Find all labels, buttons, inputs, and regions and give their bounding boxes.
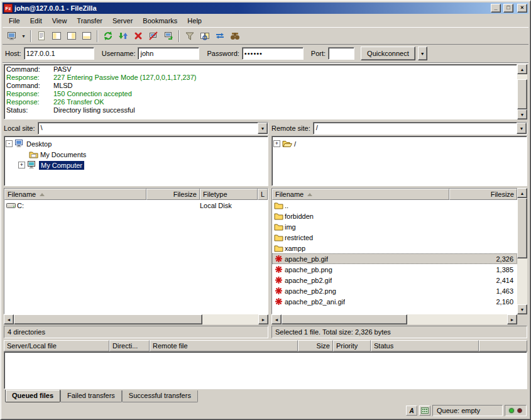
chevron-down-icon[interactable]: ▼: [517, 123, 527, 134]
synchronized-browsing-button[interactable]: [212, 29, 227, 43]
toggle-transfer-queue-button[interactable]: [79, 29, 94, 43]
maximize-button[interactable]: □: [503, 4, 513, 13]
menu-edit[interactable]: Edit: [25, 15, 47, 26]
password-input[interactable]: [242, 47, 304, 60]
column-header-server-local-file[interactable]: Server/Local file: [4, 340, 109, 351]
column-header-filename[interactable]: Filename: [272, 189, 449, 200]
scroll-left-icon[interactable]: ◄: [4, 314, 14, 324]
scrollbar-track[interactable]: [14, 314, 258, 324]
scrollbar-track[interactable]: [517, 74, 527, 109]
file-row[interactable]: apache_pb2.png 1,463: [272, 285, 517, 296]
column-header-status[interactable]: Status: [371, 340, 479, 351]
tree-expander[interactable]: -: [6, 140, 13, 147]
column-header-direction[interactable]: Directi...: [109, 340, 150, 351]
host-input[interactable]: [24, 47, 94, 60]
scrollbar-thumb[interactable]: [517, 198, 527, 258]
tree-item-my-documents[interactable]: My Documents: [6, 149, 266, 160]
remote-horizontal-scrollbar[interactable]: ◄ ►: [271, 314, 517, 324]
cancel-button[interactable]: [131, 29, 146, 43]
file-row[interactable]: ..: [272, 200, 517, 211]
reconnect-button[interactable]: [161, 29, 176, 43]
file-row[interactable]: apache_pb.png 1,385: [272, 264, 517, 275]
column-header-filesize[interactable]: Filesize: [146, 189, 200, 200]
local-site-combo[interactable]: \ ▼: [38, 122, 268, 135]
toggle-local-tree-button[interactable]: [49, 29, 64, 43]
tab-failed-transfers[interactable]: Failed transfers: [60, 390, 122, 402]
file-row[interactable]: xampp: [272, 243, 517, 253]
file-row[interactable]: apache_pb2_ani.gif 2,160: [272, 296, 517, 307]
message-log[interactable]: Command:PASV Response:227 Entering Passi…: [4, 64, 517, 119]
scroll-left-icon[interactable]: ◄: [271, 314, 282, 324]
column-header-remote-file[interactable]: Remote file: [150, 340, 298, 351]
tree-item-desktop[interactable]: - Desktop: [6, 138, 266, 149]
file-row[interactable]: img: [272, 221, 517, 232]
tree-expander[interactable]: +: [273, 140, 280, 147]
disconnect-button[interactable]: [146, 29, 161, 43]
file-row-c-drive[interactable]: C: Local Disk: [4, 200, 268, 211]
scrollbar-thumb[interactable]: [517, 79, 527, 109]
tree-expander[interactable]: +: [18, 162, 25, 169]
quickconnect-button[interactable]: Quickconnect: [361, 47, 415, 60]
scroll-right-icon[interactable]: ►: [258, 314, 268, 324]
transfer-queue-list[interactable]: [4, 351, 527, 389]
site-manager-button[interactable]: [4, 29, 19, 43]
scrollbar-thumb[interactable]: [282, 314, 407, 324]
title-bar[interactable]: Fz john@127.0.0.1 - FileZilla _ □ ×: [3, 3, 528, 14]
file-row[interactable]: forbidden: [272, 211, 517, 221]
column-header-filesize[interactable]: Filesize: [449, 189, 517, 200]
scrollbar-track[interactable]: [282, 314, 507, 324]
scroll-up-icon[interactable]: ▲: [517, 64, 527, 74]
menu-help[interactable]: Help: [182, 15, 207, 26]
tab-queued-files[interactable]: Queued files: [5, 390, 60, 402]
toggle-message-log-button[interactable]: [34, 29, 49, 43]
scroll-up-icon[interactable]: ▲: [517, 188, 527, 198]
scrollbar-track[interactable]: [517, 198, 527, 304]
scroll-down-icon[interactable]: ▼: [517, 304, 527, 314]
column-header-filename[interactable]: Filename: [4, 189, 146, 200]
remote-directory-tree[interactable]: + /: [271, 136, 527, 186]
tree-item-my-computer[interactable]: + My Computer: [6, 160, 266, 170]
toggle-remote-tree-button[interactable]: [64, 29, 79, 43]
menu-transfer[interactable]: Transfer: [72, 15, 107, 26]
username-label: Username:: [102, 50, 136, 57]
data-type-letter: A: [409, 407, 413, 414]
image-file-icon: [275, 265, 283, 274]
filter-button[interactable]: [182, 29, 197, 43]
quickconnect-dropdown-button[interactable]: ▼: [418, 47, 427, 60]
refresh-button[interactable]: [101, 29, 116, 43]
scroll-right-icon[interactable]: ►: [507, 314, 517, 324]
process-queue-button[interactable]: [116, 29, 131, 43]
file-row[interactable]: apache_pb2.gif 2,414: [272, 275, 517, 285]
local-list-body[interactable]: C: Local Disk: [4, 200, 268, 314]
column-header-size[interactable]: Size: [298, 340, 333, 351]
port-input[interactable]: [328, 47, 354, 60]
compare-button[interactable]: [197, 29, 212, 43]
file-row-selected[interactable]: apache_pb.gif 2,326: [272, 253, 517, 264]
username-input[interactable]: [138, 47, 199, 60]
column-header-priority[interactable]: Priority: [333, 340, 371, 351]
remote-list-scrollbar[interactable]: ▲ ▼: [517, 188, 527, 314]
remote-site-combo[interactable]: / ▼: [313, 122, 527, 135]
menu-server[interactable]: Server: [107, 15, 138, 26]
scrollbar-thumb[interactable]: [14, 314, 202, 324]
message-log-scrollbar[interactable]: ▲ ▼: [517, 64, 527, 119]
menu-view[interactable]: View: [47, 15, 72, 26]
menu-file[interactable]: File: [4, 15, 25, 26]
site-manager-dropdown-button[interactable]: ▼: [19, 29, 28, 43]
file-row[interactable]: restricted: [272, 232, 517, 243]
image-file-icon: [275, 255, 283, 263]
local-horizontal-scrollbar[interactable]: ◄ ►: [4, 314, 268, 324]
chevron-down-icon[interactable]: ▼: [258, 123, 268, 134]
column-header-filetype[interactable]: Filetype: [200, 189, 258, 200]
menu-bookmarks[interactable]: Bookmarks: [138, 15, 182, 26]
close-button[interactable]: ×: [517, 4, 527, 13]
tab-successful-transfers[interactable]: Successful transfers: [122, 390, 198, 402]
column-header-last-modified[interactable]: L: [258, 189, 268, 200]
synchronized-browsing-icon: [215, 31, 225, 41]
minimize-button[interactable]: _: [491, 4, 501, 13]
remote-list-body[interactable]: .. forbidden img restricted: [272, 200, 517, 314]
local-directory-tree[interactable]: - Desktop My Documents + My Computer: [4, 136, 268, 186]
tree-item-root[interactable]: + /: [273, 138, 525, 149]
find-files-button[interactable]: [227, 29, 243, 43]
scroll-down-icon[interactable]: ▼: [517, 109, 527, 119]
